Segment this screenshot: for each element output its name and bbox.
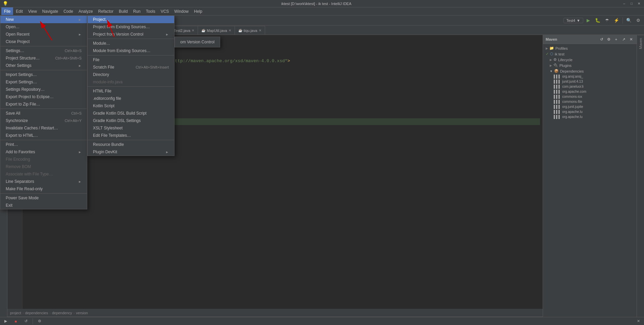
maven-project-item[interactable]: ✓ ⬡ ik test [543, 51, 637, 57]
maven-settings-btn[interactable]: ⚙ [606, 36, 612, 42]
menu-file[interactable]: File [1, 7, 13, 15]
stop-btn[interactable]: ■ [11, 317, 20, 325]
maven-close-btn[interactable]: ✕ [628, 36, 634, 42]
dep-item-2[interactable]: ▌▌▌ com.janeluoi:li [543, 84, 637, 89]
new-directory[interactable]: Directory [88, 71, 174, 78]
line-sep-arrow: ► [78, 180, 82, 184]
bottom-settings-btn[interactable]: ⚙ [35, 317, 44, 325]
file-menu-exit[interactable]: Exit [0, 202, 87, 209]
file-menu-synchronize[interactable]: Synchronize Ctrl+Alt+Y [0, 117, 87, 124]
tab-close-maputil[interactable]: ✕ [229, 29, 231, 32]
tab-tiqu[interactable]: ☕ tiqu.java ✕ [235, 26, 265, 35]
file-menu-settings[interactable]: Settings… Ctrl+Alt+S [0, 47, 87, 54]
maven-lifecycle-item[interactable]: ▶ ⚙ Lifecycle [543, 57, 637, 63]
new-gradle-settings[interactable]: Gradle Kotlin DSL Settings [88, 117, 174, 124]
menu-run[interactable]: Run [131, 7, 143, 15]
breadcrumb-item[interactable]: dependency [52, 311, 72, 315]
maven-profiles-item[interactable]: ▶ 📁 Profiles [543, 45, 637, 51]
bottom-close-btn[interactable]: ✕ [634, 317, 643, 325]
run-config-selector[interactable]: Test4 ▼ [563, 18, 583, 23]
menu-help[interactable]: Help [191, 7, 205, 15]
new-module[interactable]: Module… [88, 40, 174, 47]
toolbar-debug-btn[interactable]: 🐛 [593, 16, 602, 25]
project-label: ik test [555, 52, 564, 56]
file-menu-other-settings[interactable]: Other Settings ► [0, 62, 87, 69]
menu-code[interactable]: Code [61, 7, 76, 15]
breadcrumb-item[interactable]: version [76, 311, 88, 315]
toolbar-run-btn[interactable]: ▶ [584, 16, 593, 25]
maximize-button[interactable]: □ [629, 1, 634, 6]
file-menu-power-save[interactable]: Power Save Mode [0, 194, 87, 202]
maven-expand-btn[interactable]: ↗ [621, 36, 627, 42]
new-plugin-devkit[interactable]: Plugin DevKit ► [88, 148, 174, 156]
new-gradle-build[interactable]: Gradle Kotlin DSL Build Script [88, 110, 174, 117]
tab-close-test2[interactable]: ✕ [192, 29, 194, 32]
menu-navigate[interactable]: Navigate [40, 7, 61, 15]
new-project-existing[interactable]: Project from Existing Sources… [88, 23, 174, 31]
file-menu-export-html[interactable]: Export to HTML… [0, 132, 87, 139]
tab-close-tiqu[interactable]: ✕ [259, 29, 261, 32]
file-menu-project-structure[interactable]: Project Structure… Ctrl+Alt+Shift+S [0, 54, 87, 62]
file-menu-make-readonly[interactable]: Make File Read-only [0, 185, 87, 193]
file-menu-import-settings[interactable]: Import Settings… [0, 71, 87, 78]
new-module-existing[interactable]: Module from Existing Sources… [88, 47, 174, 54]
menu-window[interactable]: Window [171, 7, 191, 15]
file-menu-print[interactable]: Print… [0, 141, 87, 148]
new-html[interactable]: HTML File [88, 87, 174, 95]
toolbar-profile-btn[interactable]: ⚡ [612, 16, 621, 25]
dep-item-7[interactable]: ▌▌▌ org.apache.lu [543, 109, 637, 114]
minimize-button[interactable]: – [622, 1, 627, 6]
menu-tools[interactable]: Tools [143, 7, 158, 15]
file-menu-open-recent[interactable]: Open Recent ► [0, 31, 87, 38]
menu-edit[interactable]: Edit [13, 7, 26, 15]
maven-plus-btn[interactable]: + [613, 36, 619, 42]
file-menu-close-project[interactable]: Close Project [0, 38, 87, 45]
file-menu-open[interactable]: Open… [0, 23, 87, 31]
toolbar-settings-btn[interactable]: ⚙ [634, 16, 643, 25]
new-xslt[interactable]: XSLT Stylesheet [88, 124, 174, 132]
toolbar-search-btn[interactable]: 🔍 [625, 16, 633, 25]
menu-build[interactable]: Build [116, 7, 131, 15]
new-project-vcs[interactable]: Project from Version Control ► [88, 31, 174, 38]
new-scratch-file[interactable]: Scratch File Ctrl+Alt+Shift+Insert [88, 64, 174, 71]
dep-item-0[interactable]: ▌▌▌ org.ansj:ansj_ [543, 74, 637, 79]
file-menu-save-all[interactable]: Save All Ctrl+S [0, 110, 87, 117]
tab-maputil[interactable]: ☕ MapUtil.java ✕ [198, 26, 235, 35]
vcs-item-1[interactable]: om Version Control [175, 38, 220, 46]
dep-item-4[interactable]: ▌▌▌ commons-iox [543, 94, 637, 99]
breadcrumb-item[interactable]: project [10, 311, 21, 315]
dep-item-8[interactable]: ▌▌▌ org.apache.lu [543, 114, 637, 119]
file-menu-line-sep[interactable]: Line Separators ► [0, 178, 87, 185]
new-edit-templates[interactable]: Edit File Templates… [88, 132, 174, 139]
new-file[interactable]: File [88, 56, 174, 64]
maven-plugins-item[interactable]: ▶ 🔌 Plugins [543, 63, 637, 68]
run-btn[interactable]: ▶ [1, 317, 10, 325]
close-button[interactable]: ✕ [637, 1, 641, 6]
menu-analyze[interactable]: Analyze [76, 7, 96, 15]
new-project[interactable]: Project… [88, 16, 174, 23]
file-menu-export-settings[interactable]: Export Settings… [0, 78, 87, 86]
maven-side-tab[interactable]: Maven [638, 35, 644, 52]
file-menu-new[interactable]: New ► [0, 16, 87, 23]
maven-deps-item[interactable]: ▼ 📦 Dependencies [543, 68, 637, 74]
file-menu-invalidate-caches[interactable]: Invalidate Caches / Restart… [0, 124, 87, 132]
file-menu-export-zip[interactable]: Export to Zip File… [0, 100, 87, 108]
breadcrumb-item[interactable]: dependencies [25, 311, 48, 315]
maven-refresh-btn[interactable]: ↺ [598, 36, 604, 42]
toolbar-coverage-btn[interactable]: ☂ [603, 16, 611, 25]
menu-vcs[interactable]: VCS [158, 7, 172, 15]
file-menu-add-favorites[interactable]: Add to Favorites ► [0, 148, 87, 156]
new-kotlin-script[interactable]: Kotlin Script [88, 102, 174, 110]
dep-item-1[interactable]: ▌▌▌ junit:junit:4.13 [543, 79, 637, 84]
new-editorconfig[interactable]: .editorconfig file [88, 95, 174, 102]
menu-refactor[interactable]: Refactor [96, 7, 116, 15]
rerun-btn[interactable]: ↺ [21, 317, 30, 325]
dep-item-6[interactable]: ▌▌▌ org.junit.jupite [543, 104, 637, 109]
dep-item-5[interactable]: ▌▌▌ commons-file [543, 99, 637, 104]
app-icon: 💡 [3, 1, 8, 6]
file-menu-settings-repo[interactable]: Settings Repository… [0, 86, 87, 93]
dep-item-3[interactable]: ▌▌▌ org.apache.com [543, 89, 637, 94]
menu-view[interactable]: View [26, 7, 40, 15]
file-menu-export-eclipse[interactable]: Export Project to Eclipse… [0, 93, 87, 100]
new-resource-bundle[interactable]: Resource Bundle [88, 141, 174, 148]
